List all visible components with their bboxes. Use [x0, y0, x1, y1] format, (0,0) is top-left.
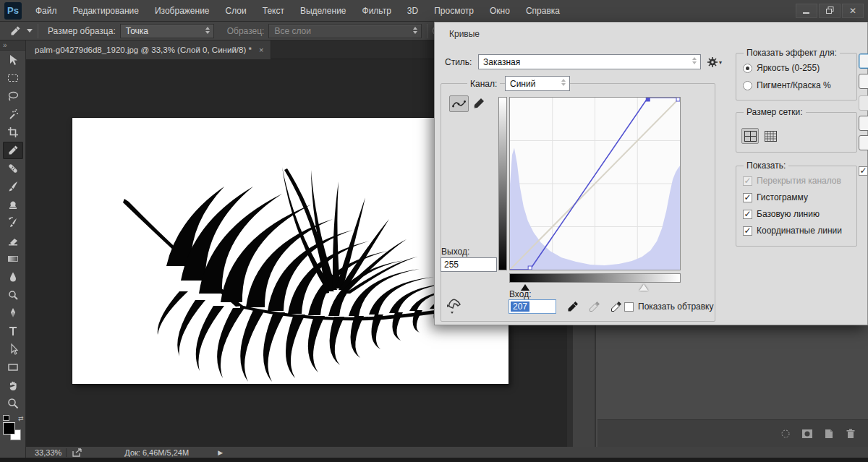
style-value: Заказная [483, 57, 520, 67]
menu-window[interactable]: Окно [482, 0, 518, 22]
display-for-legend: Показать эффект для: [744, 48, 840, 58]
menu-image[interactable]: Изображение [147, 0, 218, 22]
checkbox-histogram[interactable]: Гистограмму [743, 192, 808, 202]
menu-file[interactable]: Файл [27, 0, 65, 22]
restore-icon[interactable] [819, 4, 841, 18]
radio-pigment-ink[interactable]: Пигмент/Краска % [743, 80, 831, 90]
brush-tool-icon[interactable] [3, 178, 23, 195]
menu-layers[interactable]: Слои [218, 0, 255, 22]
path-select-tool-icon[interactable] [3, 341, 23, 358]
share-export-icon[interactable] [72, 448, 84, 457]
black-point-eyedropper-icon[interactable] [566, 300, 579, 313]
dropdown-arrows-icon [692, 57, 697, 64]
auto-button-clipped[interactable] [859, 116, 868, 131]
style-label: Стиль: [445, 57, 472, 67]
white-point-slider[interactable] [639, 284, 648, 291]
dodge-tool-icon[interactable] [3, 286, 23, 304]
checkbox-box[interactable] [743, 226, 752, 236]
new-layer-icon[interactable] [823, 429, 835, 439]
sample-value: Все слои [274, 26, 311, 36]
pen-tool-icon[interactable] [3, 304, 23, 322]
draw-curve-pencil-icon[interactable] [473, 98, 486, 111]
panel-divider [567, 325, 573, 447]
history-brush-tool-icon[interactable] [3, 214, 23, 231]
checkbox-intersection-lines[interactable]: Координатные линии [743, 226, 842, 236]
adjustment-layer-icon[interactable] [780, 429, 791, 439]
ok-button-clipped[interactable] [859, 54, 868, 69]
simple-grid-icon[interactable] [741, 128, 759, 144]
menu-filter[interactable]: Фильтр [354, 0, 399, 22]
input-value-field[interactable]: 207 [509, 299, 556, 314]
show-legend: Показать: [744, 161, 788, 171]
curve-graph[interactable] [509, 97, 681, 270]
blur-tool-icon[interactable] [3, 268, 23, 286]
magic-wand-tool-icon[interactable] [3, 106, 23, 123]
sample-size-dropdown[interactable]: Точка [120, 24, 214, 38]
edit-points-curve-button[interactable] [449, 95, 469, 112]
checkbox-box[interactable] [743, 210, 752, 219]
style-dropdown[interactable]: Заказная [478, 54, 701, 69]
panel-strip [573, 325, 596, 447]
status-flyout-arrow-icon[interactable]: ▶ [218, 449, 223, 456]
menu-edit[interactable]: Редактирование [65, 0, 147, 22]
cancel-button-clipped[interactable] [859, 74, 868, 89]
options-button-clipped[interactable] [859, 135, 868, 150]
eraser-tool-icon[interactable] [3, 232, 23, 249]
dropdown-arrows-icon [413, 27, 417, 34]
marquee-tool-icon[interactable] [3, 69, 23, 87]
tools-panel: » ⇄ [0, 40, 26, 462]
shape-tool-icon[interactable] [3, 359, 23, 376]
detailed-grid-icon[interactable] [762, 128, 779, 144]
white-point-eyedropper-icon[interactable] [610, 300, 623, 313]
menu-view[interactable]: Просмотр [426, 0, 482, 22]
swap-colors-icon[interactable]: ⇄ [18, 415, 24, 422]
collapse-panel-chevron-icon[interactable]: » [0, 40, 25, 51]
eyedropper-tool-icon[interactable] [3, 142, 23, 159]
hand-tool-icon[interactable] [3, 377, 23, 394]
checkbox-box[interactable] [743, 193, 752, 202]
tab-close-icon[interactable]: × [259, 46, 263, 54]
zoom-tool-icon[interactable] [3, 395, 23, 412]
minimize-icon[interactable] [796, 4, 817, 18]
eyedropper-tool-preset-icon[interactable] [6, 24, 25, 38]
gradient-tool-icon[interactable] [3, 250, 23, 268]
menu-3d[interactable]: 3D [399, 0, 426, 22]
close-icon[interactable]: ✕ [842, 4, 864, 18]
dialog-title: Кривые [449, 29, 480, 39]
delete-layer-trash-icon[interactable] [845, 429, 856, 439]
separator [38, 24, 38, 38]
foreground-color-swatch[interactable] [3, 422, 15, 435]
radio-circle[interactable] [743, 64, 752, 73]
default-colors-icon[interactable] [3, 415, 9, 421]
checkbox-box[interactable] [624, 302, 634, 312]
menu-help[interactable]: Справка [518, 0, 568, 22]
healing-brush-tool-icon[interactable] [3, 160, 23, 177]
channel-dropdown[interactable]: Синий [505, 76, 570, 91]
right-panel-group [567, 325, 868, 447]
gear-caret-icon: ▾ [719, 59, 722, 66]
input-gradient-bar [509, 273, 681, 283]
radio-light-0-255[interactable]: Яркость (0-255) [743, 63, 820, 73]
preset-options-gear-icon[interactable]: ▾ [707, 55, 723, 69]
move-tool-icon[interactable] [3, 51, 23, 69]
crop-tool-icon[interactable] [3, 124, 23, 141]
type-tool-icon[interactable] [3, 322, 23, 340]
lasso-tool-icon[interactable] [3, 87, 23, 105]
zoom-level-field[interactable]: 33,33% [30, 448, 67, 457]
layer-mask-icon[interactable] [801, 429, 813, 439]
gray-point-eyedropper-icon[interactable] [588, 300, 601, 313]
radio-circle[interactable] [743, 81, 752, 90]
menu-type[interactable]: Текст [255, 0, 292, 22]
clone-stamp-tool-icon[interactable] [3, 196, 23, 213]
output-value-field[interactable]: 255 [441, 257, 497, 272]
output-gradient-bar [498, 97, 507, 270]
input-label: Вход: [509, 289, 531, 299]
baseline-label: Базовую линию [757, 209, 820, 219]
show-clipping-checkbox[interactable]: Показать обтравку [624, 301, 714, 312]
on-image-adjustment-hand-icon[interactable] [444, 298, 464, 317]
tool-preset-caret-icon[interactable] [27, 29, 33, 33]
document-tab[interactable]: palm-g04279d6d8_1920.jpg @ 33,3% (Слой 0… [26, 40, 271, 59]
checkbox-baseline[interactable]: Базовую линию [743, 209, 820, 219]
menu-select[interactable]: Выделение [292, 0, 354, 22]
preview-checkbox-clipped[interactable]: ✓ [859, 166, 868, 176]
